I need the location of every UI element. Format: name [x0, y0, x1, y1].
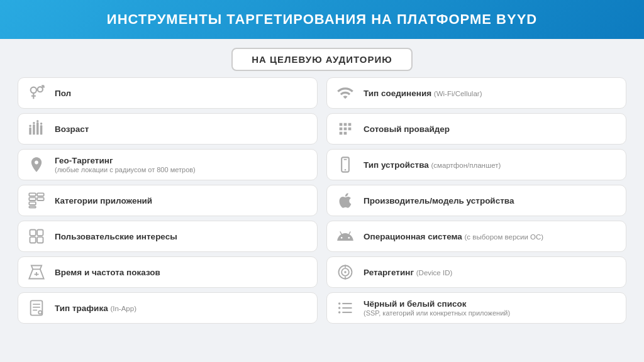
svg-rect-19: [29, 197, 36, 200]
header: ИНСТРУМЕНТЫ ТАРГЕТИРОВАНИЯ НА ПЛАТФОРМЕ …: [0, 0, 644, 39]
svg-point-12: [33, 122, 35, 124]
card-provider: Сотовый провайдер: [326, 113, 626, 145]
card-main-os: Операционная система (с выбором версии О…: [364, 232, 543, 241]
svg-point-14: [40, 123, 43, 125]
svg-rect-25: [37, 230, 43, 236]
card-main-traffic: Тип трафика (In-App): [55, 304, 136, 313]
card-time: Время и частота показов: [18, 256, 318, 288]
card-text-connection: Тип соединения (Wi-Fi/Cellular): [364, 89, 482, 98]
card-text-age: Возраст: [55, 124, 89, 134]
svg-point-45: [338, 307, 341, 309]
card-main-small-retargeting: (Device ID): [416, 269, 453, 277]
card-main-small-traffic: (In-App): [110, 305, 136, 312]
header-title: ИНСТРУМЕНТЫ ТАРГЕТИРОВАНИЯ НА ПЛАТФОРМЕ …: [107, 11, 537, 27]
apps-icon: [26, 190, 47, 211]
card-sub-geo: (любые локации с радиусом от 800 метров): [55, 166, 196, 173]
card-text-retargeting: Ретаргетинг (Device ID): [364, 268, 452, 277]
subtitle-wrap: НА ЦЕЛЕВУЮ АУДИТОРИЮ: [0, 39, 644, 77]
card-main-small-device-type: (смартфон/планшет): [431, 162, 501, 169]
svg-rect-9: [36, 123, 39, 135]
svg-point-32: [344, 271, 347, 273]
card-main-provider: Сотовый провайдер: [364, 124, 450, 134]
card-geo: Гео-Таргетинг(любые локации с радиусом о…: [18, 149, 318, 180]
provider-icon: [335, 118, 356, 140]
svg-rect-8: [33, 124, 35, 134]
svg-rect-22: [37, 193, 43, 196]
card-text-provider: Сотовый провайдер: [364, 124, 450, 134]
gender-icon: [26, 82, 47, 104]
retargeting-icon: [335, 261, 356, 283]
age-icon: [26, 118, 47, 140]
card-os: Операционная система (с выбором версии О…: [326, 221, 626, 252]
card-connection: Тип соединения (Wi-Fi/Cellular): [326, 77, 626, 109]
card-main-age: Возраст: [55, 124, 89, 134]
geo-icon: [26, 154, 47, 175]
svg-point-3: [38, 87, 43, 92]
card-text-apps: Категории приложений: [55, 196, 152, 206]
card-main-retargeting: Ретаргетинг (Device ID): [364, 268, 452, 277]
svg-rect-7: [29, 128, 31, 135]
svg-rect-18: [29, 193, 36, 196]
card-text-geo: Гео-Таргетинг(любые локации с радиусом о…: [55, 156, 196, 173]
card-main-time: Время и частота показов: [55, 268, 160, 277]
apple-icon: [335, 190, 356, 211]
device-icon: [335, 154, 356, 175]
card-traffic: Тип трафика (In-App): [18, 292, 318, 324]
traffic-icon: [26, 297, 47, 319]
wifi-icon: [335, 82, 356, 104]
svg-point-44: [338, 302, 341, 305]
svg-rect-27: [37, 237, 43, 243]
card-text-gender: Пол: [55, 89, 71, 98]
card-text-blacklist: Чёрный и белый список(SSP, категорий или…: [364, 299, 510, 317]
card-main-manufacturer: Производитель/модель устройства: [364, 196, 514, 206]
card-device-type: Тип устройства (смартфон/планшет): [326, 149, 626, 180]
svg-rect-23: [37, 197, 43, 200]
card-text-os: Операционная система (с выбором версии О…: [364, 232, 543, 241]
interests-icon: [26, 226, 47, 247]
time-icon: [26, 261, 47, 283]
card-main-blacklist: Чёрный и белый список: [364, 299, 510, 309]
card-main-interests: Пользовательские интересы: [55, 232, 177, 241]
svg-rect-24: [30, 230, 36, 236]
android-icon: [335, 226, 356, 247]
svg-point-46: [338, 311, 341, 314]
card-text-time: Время и частота показов: [55, 268, 160, 277]
card-apps: Категории приложений: [18, 185, 318, 216]
card-main-small-os: (с выбором версии ОС): [465, 233, 544, 241]
card-gender: Пол: [18, 77, 318, 109]
svg-point-0: [31, 87, 36, 93]
svg-point-11: [29, 125, 31, 128]
svg-rect-20: [29, 202, 36, 205]
card-interests: Пользовательские интересы: [18, 221, 318, 252]
subtitle: НА ЦЕЛЕВУЮ АУДИТОРИЮ: [231, 48, 413, 71]
svg-rect-10: [40, 125, 43, 134]
card-main-small-connection: (Wi-Fi/Cellular): [434, 90, 482, 97]
list-icon: [335, 297, 356, 319]
svg-point-13: [36, 120, 39, 123]
card-text-interests: Пользовательские интересы: [55, 232, 177, 241]
card-sub-blacklist: (SSP, категорий или конкретных приложени…: [364, 309, 510, 317]
card-age: Возраст: [18, 113, 318, 145]
card-main-device-type: Тип устройства (смартфон/планшет): [364, 160, 501, 170]
card-text-traffic: Тип трафика (In-App): [55, 304, 136, 313]
svg-rect-21: [29, 206, 36, 207]
card-main-connection: Тип соединения (Wi-Fi/Cellular): [364, 89, 482, 98]
svg-point-40: [39, 311, 42, 314]
svg-point-16: [345, 169, 346, 170]
card-retargeting: Ретаргетинг (Device ID): [326, 256, 626, 288]
svg-rect-26: [30, 237, 36, 243]
card-main-geo: Гео-Таргетинг: [55, 156, 196, 165]
card-main-apps: Категории приложений: [55, 196, 152, 206]
card-text-device-type: Тип устройства (смартфон/планшет): [364, 160, 501, 170]
card-text-manufacturer: Производитель/модель устройства: [364, 196, 514, 206]
card-main-gender: Пол: [55, 89, 71, 98]
card-blacklist: Чёрный и белый список(SSP, категорий или…: [326, 292, 626, 324]
card-manufacturer: Производитель/модель устройства: [326, 185, 626, 216]
main-grid: ПолТип соединения (Wi-Fi/Cellular)Возрас…: [0, 77, 644, 330]
